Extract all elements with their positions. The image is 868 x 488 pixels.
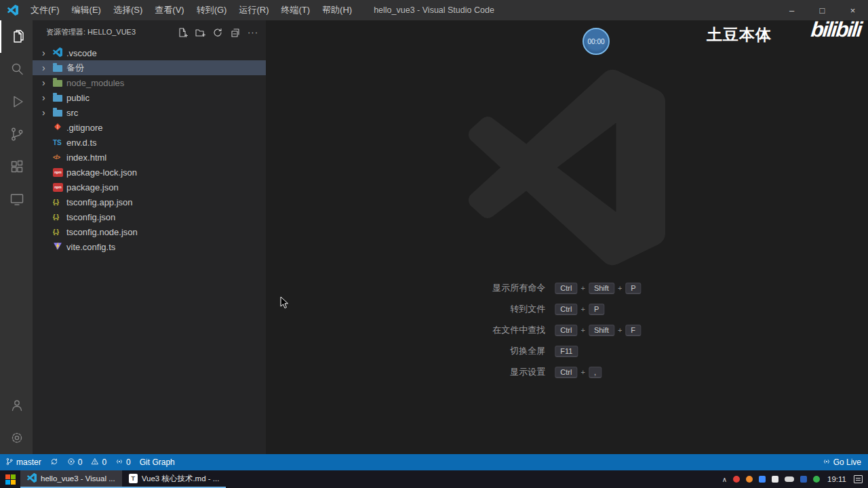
minimize-button[interactable]: – bbox=[776, 0, 807, 20]
keycap: Shift bbox=[589, 325, 614, 336]
folder-icon bbox=[53, 110, 62, 117]
file-icon-slot: npm bbox=[53, 168, 66, 177]
keycap: Shift bbox=[589, 283, 614, 294]
shortcut-keys: Ctrl+, bbox=[555, 367, 641, 378]
tree-item[interactable]: ›备份 bbox=[33, 60, 266, 75]
git-icon bbox=[53, 122, 62, 134]
windows-logo-icon bbox=[5, 474, 16, 485]
tree-item-label: package.json bbox=[66, 182, 119, 192]
plus-separator: + bbox=[618, 284, 622, 292]
remote-explorer-icon[interactable] bbox=[0, 183, 33, 216]
tree-item[interactable]: ›public bbox=[33, 90, 266, 105]
shortcut-label: 显示设置 bbox=[492, 366, 545, 378]
new-folder-icon[interactable] bbox=[194, 26, 206, 39]
notification-center-icon[interactable] bbox=[854, 475, 863, 483]
tree-item[interactable]: vite.config.ts bbox=[33, 239, 266, 254]
chevron-right-icon: › bbox=[42, 107, 53, 118]
file-icon-slot: {..} bbox=[53, 228, 66, 235]
menu-item[interactable]: 选择(S) bbox=[107, 0, 149, 20]
account-icon[interactable] bbox=[0, 389, 33, 422]
tray-app-navy-icon[interactable] bbox=[800, 476, 807, 483]
refresh-icon[interactable] bbox=[212, 26, 224, 39]
keycap: Ctrl bbox=[555, 283, 577, 294]
error-icon bbox=[67, 458, 75, 468]
shortcut-keys: F11 bbox=[555, 346, 641, 357]
menu-item[interactable]: 查看(V) bbox=[149, 0, 190, 20]
search-icon[interactable] bbox=[0, 53, 33, 85]
tray-app-orange-icon[interactable] bbox=[746, 476, 753, 483]
tree-item[interactable]: {..}tsconfig.json bbox=[33, 209, 266, 224]
tray-app-red-icon[interactable] bbox=[733, 476, 740, 483]
npm-icon: npm bbox=[53, 168, 63, 177]
source-control-icon[interactable] bbox=[0, 118, 33, 150]
tray-keyboard-icon[interactable] bbox=[772, 476, 778, 483]
chevron-right-icon: › bbox=[42, 62, 53, 73]
taskbar-app[interactable]: hello_vue3 - Visual ... bbox=[20, 470, 122, 488]
file-icon-slot: TS bbox=[53, 139, 66, 146]
status-item-go-live[interactable]: Go Live bbox=[823, 458, 861, 468]
explorer-sidebar: 资源管理器: HELLO_VUE3 ··· ›.vscode›备份›node_m… bbox=[33, 20, 266, 454]
tree-item[interactable]: ›.vscode bbox=[33, 45, 266, 60]
tree-item[interactable]: {..}tsconfig.node.json bbox=[33, 224, 266, 239]
activity-bar bbox=[0, 20, 33, 454]
status-item-0[interactable]: 0 bbox=[115, 458, 131, 468]
tray-app-green-icon[interactable] bbox=[813, 476, 820, 483]
tree-item-label: env.d.ts bbox=[66, 138, 97, 148]
more-actions-icon[interactable]: ··· bbox=[247, 26, 259, 39]
file-icon-slot: {..} bbox=[53, 199, 66, 205]
status-item-master[interactable]: master bbox=[5, 458, 41, 468]
editor-area[interactable]: 显示所有命令Ctrl+Shift+P转到文件Ctrl+P在文件中查找Ctrl+S… bbox=[266, 20, 868, 454]
tree-item[interactable]: ›node_modules bbox=[33, 75, 266, 90]
ports-icon bbox=[115, 458, 123, 468]
status-item-git-graph[interactable]: Git Graph bbox=[140, 458, 175, 467]
menu-item[interactable]: 转到(G) bbox=[191, 0, 233, 20]
menu-item[interactable]: 运行(R) bbox=[233, 0, 275, 20]
collapse-all-icon[interactable] bbox=[229, 26, 241, 39]
status-item-0[interactable]: 0 bbox=[91, 458, 106, 468]
tree-item[interactable]: </>index.html bbox=[33, 150, 266, 165]
tray-app-blue-icon[interactable] bbox=[759, 476, 766, 483]
folder-icon bbox=[53, 65, 62, 72]
tree-item-label: 备份 bbox=[66, 62, 84, 74]
status-item-label: master bbox=[16, 458, 41, 467]
menu-item[interactable]: 编辑(E) bbox=[66, 0, 107, 20]
keycap: Ctrl bbox=[555, 367, 577, 378]
tree-item-label: .gitignore bbox=[66, 123, 102, 133]
extensions-icon[interactable] bbox=[0, 150, 33, 183]
tree-item[interactable]: npmpackage-lock.json bbox=[33, 165, 266, 180]
tree-item[interactable]: TSenv.d.ts bbox=[33, 135, 266, 150]
json-icon: {..} bbox=[53, 199, 58, 205]
branch-icon bbox=[5, 458, 14, 468]
menu-item[interactable]: 终端(T) bbox=[275, 0, 316, 20]
tray-cloud-icon[interactable] bbox=[785, 476, 794, 482]
tree-item[interactable]: npmpackage.json bbox=[33, 180, 266, 195]
taskbar-app-label: hello_vue3 - Visual ... bbox=[41, 474, 115, 483]
file-icon-slot bbox=[53, 79, 66, 87]
run-debug-icon[interactable] bbox=[0, 85, 33, 118]
shortcut-keys: Ctrl+Shift+F bbox=[555, 325, 641, 336]
menu-item[interactable]: 文件(F) bbox=[24, 0, 66, 20]
explorer-icon[interactable] bbox=[0, 20, 33, 53]
vscode-watermark-icon bbox=[469, 69, 665, 268]
tray-expand-icon[interactable]: ∧ bbox=[722, 476, 727, 483]
shortcut-label: 显示所有命令 bbox=[492, 282, 545, 294]
settings-gear-icon[interactable] bbox=[0, 422, 33, 454]
menu-item[interactable]: 帮助(H) bbox=[316, 0, 358, 20]
tree-item[interactable]: {..}tsconfig.app.json bbox=[33, 195, 266, 209]
status-bar-left: master000Git Graph bbox=[5, 458, 175, 468]
plus-separator: + bbox=[580, 284, 585, 292]
window-title: hello_vue3 - Visual Studio Code bbox=[374, 5, 494, 15]
new-file-icon[interactable] bbox=[176, 26, 189, 39]
taskbar-app[interactable]: TVue3 核心技术.md - ... bbox=[122, 470, 226, 488]
tree-item[interactable]: .gitignore bbox=[33, 120, 266, 135]
tray-icons bbox=[733, 476, 820, 483]
shortcut-keys: Ctrl+P bbox=[555, 304, 641, 315]
start-button[interactable] bbox=[0, 470, 20, 488]
status-item-icon[interactable] bbox=[50, 458, 58, 468]
keycap: P bbox=[589, 304, 604, 315]
keycap: P bbox=[625, 283, 641, 294]
tree-item[interactable]: ›src bbox=[33, 105, 266, 120]
taskbar-clock[interactable]: 19:11 bbox=[827, 475, 846, 483]
tree-item-label: vite.config.ts bbox=[66, 242, 115, 252]
status-item-0[interactable]: 0 bbox=[67, 458, 83, 468]
